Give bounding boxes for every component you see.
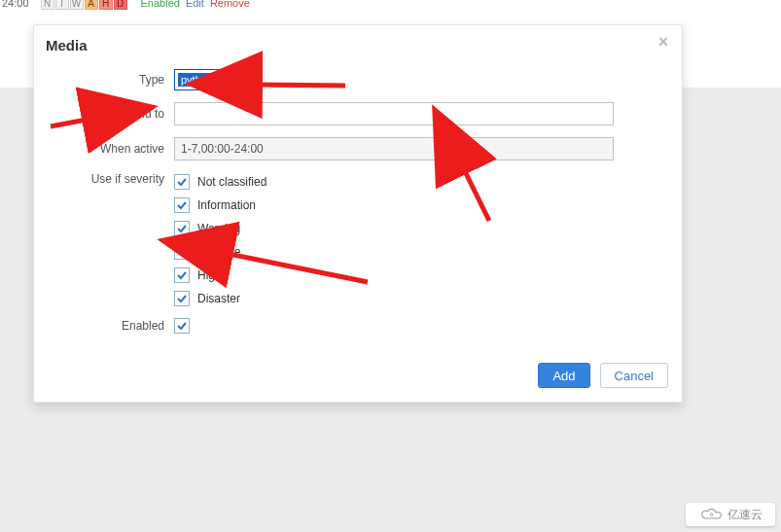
- checkbox-icon: [174, 221, 190, 236]
- severity-not-classified[interactable]: Not classified: [174, 174, 266, 190]
- severity-cell-d: D: [114, 0, 127, 10]
- remove-link[interactable]: Remove: [210, 0, 250, 9]
- severity-cell-h: H: [99, 0, 113, 10]
- chevron-down-icon: [246, 73, 260, 87]
- checkbox-icon: [174, 291, 190, 306]
- when-active-input[interactable]: [174, 137, 614, 160]
- checkbox-icon: [174, 174, 190, 190]
- edit-link[interactable]: Edit: [186, 0, 204, 9]
- checkbox-icon: [174, 267, 190, 283]
- type-select[interactable]: python email: [174, 69, 263, 90]
- severity-cell-i: I: [55, 0, 69, 10]
- severity-label: Warning: [197, 222, 240, 235]
- send-to-input[interactable]: [174, 102, 614, 125]
- row-when-active: *When active: [48, 137, 668, 160]
- severity-information[interactable]: Information: [174, 197, 266, 213]
- watermark-text: 亿速云: [728, 507, 763, 523]
- row-enabled: Enabled: [48, 318, 668, 334]
- dialog-body: Type python email *Send to *When active …: [34, 63, 682, 353]
- severity-label: Information: [197, 198, 256, 212]
- label-when-active: *When active: [48, 142, 174, 156]
- severity-label: High: [197, 268, 222, 282]
- severity-label: Not classified: [197, 175, 266, 189]
- cancel-button[interactable]: Cancel: [600, 363, 668, 388]
- media-list-row: 24:00 N I W A H D Enabled Edit Remove: [0, 0, 250, 10]
- dialog-title-text: Media: [46, 37, 88, 53]
- severity-list: Not classified Information Warning Avera…: [174, 172, 266, 306]
- severity-label: Average: [197, 245, 240, 259]
- severity-disaster[interactable]: Disaster: [174, 291, 266, 306]
- label-type: Type: [48, 73, 174, 87]
- svg-point-4: [710, 514, 713, 516]
- checkbox-icon: [174, 244, 190, 260]
- status-enabled-text: Enabled: [141, 0, 180, 9]
- severity-high[interactable]: High: [174, 267, 266, 283]
- dialog-title: Media ×: [34, 25, 682, 63]
- add-button[interactable]: Add: [538, 363, 589, 388]
- row-send-to: *Send to: [48, 102, 668, 125]
- severity-label: Disaster: [197, 292, 240, 305]
- row-type: Type python email: [48, 69, 668, 90]
- watermark: 亿速云: [686, 503, 775, 526]
- checkbox-icon: [174, 197, 190, 213]
- severity-warning[interactable]: Warning: [174, 221, 266, 236]
- severity-cell-w: W: [70, 0, 84, 10]
- type-select-value: python email: [178, 73, 244, 87]
- enabled-checkbox[interactable]: [174, 318, 190, 334]
- close-icon[interactable]: ×: [655, 33, 672, 51]
- label-use-if-severity: Use if severity: [48, 172, 174, 186]
- severity-cell-n: N: [41, 0, 54, 10]
- dialog-footer: Add Cancel: [34, 353, 682, 402]
- label-enabled: Enabled: [48, 319, 174, 333]
- label-send-to: *Send to: [48, 107, 174, 121]
- cloud-icon: [698, 507, 724, 522]
- media-dialog: Media × Type python email *Send to *When…: [33, 24, 683, 403]
- severity-average[interactable]: Average: [174, 244, 266, 260]
- media-time-text: 24:00: [0, 0, 29, 9]
- severity-cell-a: A: [85, 0, 98, 10]
- row-use-if-severity: Use if severity Not classified Informati…: [48, 172, 668, 306]
